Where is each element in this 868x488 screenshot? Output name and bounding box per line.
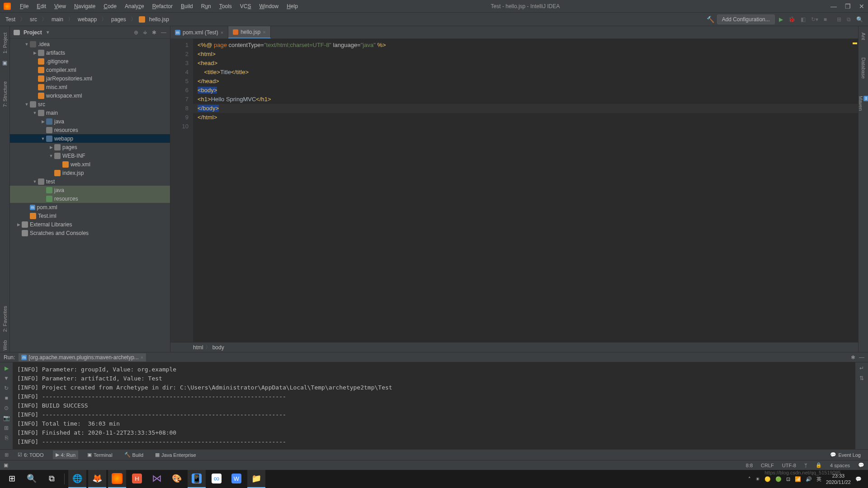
app2-icon[interactable]: 🎨 [168, 470, 186, 488]
update-icon[interactable]: ⊞ [835, 15, 843, 23]
tree-scratches[interactable]: Scratches and Consoles [30, 230, 89, 236]
tree-resources2[interactable]: resources [54, 196, 78, 202]
notif-icon[interactable]: 💬 [855, 476, 862, 482]
status-crlf[interactable]: CRLF [761, 463, 774, 468]
stop-icon[interactable]: ▼ [4, 375, 9, 381]
side-project-tab[interactable]: 1: Project [1, 31, 9, 55]
tree-java[interactable]: java [54, 118, 64, 125]
menu-help[interactable]: Help [283, 1, 302, 11]
side-db-tab[interactable]: Database [860, 56, 867, 80]
intellij-icon[interactable] [108, 470, 126, 488]
close-tab-icon[interactable]: × [141, 355, 143, 360]
vs-icon[interactable]: ⋈ [148, 470, 166, 488]
search-button[interactable]: 🔍 [23, 470, 41, 488]
cloud-icon[interactable]: ∞ [208, 470, 226, 488]
crumb2-html[interactable]: html [193, 344, 203, 351]
tab-todo[interactable]: ☑ 6: TODO [15, 450, 47, 459]
status-enc[interactable]: UTF-8 [782, 463, 796, 468]
crumb-5[interactable]: hello.jsp [147, 15, 171, 23]
crumb-0[interactable]: Test [4, 15, 17, 23]
tree-test[interactable]: test [46, 178, 55, 185]
collapse-icon[interactable]: ≑ [143, 29, 147, 36]
wifi-icon[interactable]: 📶 [795, 476, 801, 482]
tree-misc[interactable]: misc.xml [46, 84, 67, 90]
menu-analyze[interactable]: Analyze [121, 1, 148, 11]
tabs-expand-icon[interactable]: ⊞ [5, 452, 9, 458]
notifications-icon[interactable]: 💬 [858, 462, 864, 468]
crumb-4[interactable]: pages [109, 15, 128, 23]
tray-icon[interactable]: 🟡 [764, 476, 771, 482]
search-everywhere-icon[interactable]: ⧉ [845, 15, 852, 23]
volume-icon[interactable]: 🔊 [806, 476, 812, 482]
menu-view[interactable]: View [51, 1, 70, 11]
menu-build[interactable]: Build [177, 1, 197, 11]
close-tab-icon[interactable]: × [263, 29, 265, 35]
side-ant-tab[interactable]: Ant [860, 31, 867, 42]
locate-icon[interactable]: ⊕ [134, 29, 138, 36]
tray-up-icon[interactable]: ˄ [748, 476, 751, 482]
pin-icon[interactable]: 📷 [3, 415, 10, 421]
menu-refactor[interactable]: Refactor [149, 1, 176, 11]
menu-window[interactable]: Window [255, 1, 282, 11]
run-tab[interactable]: m [org.apache.maven.plugins:maven-archet… [19, 353, 146, 361]
tree-webinf[interactable]: WEB-INF [62, 153, 85, 159]
hide-icon[interactable]: ― [161, 29, 166, 36]
tree-workspace[interactable]: workspace.xml [46, 93, 82, 99]
phone-icon[interactable]: 📱 [188, 470, 206, 488]
side-favorites-tab[interactable]: 2: Favorites [1, 304, 9, 333]
status-spaces[interactable]: 4 spaces [830, 463, 850, 468]
coverage-icon[interactable]: ◧ [799, 15, 807, 23]
tab-eventlog[interactable]: 💬 Event Log [827, 450, 863, 459]
crumb-3[interactable]: webapp [76, 15, 99, 23]
project-tree[interactable]: ▼.idea ▶artifacts .gitignore compiler.xm… [10, 39, 170, 352]
stop2-icon[interactable]: ■ [5, 395, 8, 401]
code-editor[interactable]: 12345678910 <%@ page contentType="text/h… [170, 39, 858, 342]
minimize-button[interactable]: ― [830, 3, 837, 10]
tree-main[interactable]: main [46, 110, 58, 116]
run-hide-icon[interactable]: ― [859, 354, 864, 361]
run-settings-icon[interactable]: ✱ [851, 354, 855, 361]
menu-navigate[interactable]: Navigate [71, 1, 99, 11]
tree-webapp[interactable]: webapp [54, 136, 73, 142]
status-pos[interactable]: 8:8 [746, 463, 753, 468]
edge-icon[interactable]: 🌐 [68, 470, 86, 488]
tree-indexjsp[interactable]: index.jsp [62, 170, 84, 176]
close-tab-icon[interactable]: × [221, 30, 223, 35]
tray-icon[interactable]: 🟢 [775, 476, 782, 482]
search-icon[interactable]: 🔍 [855, 15, 864, 23]
tree-extlib[interactable]: External Libraries [30, 221, 72, 228]
tree-java2[interactable]: java [54, 187, 64, 193]
soft-wrap-icon[interactable]: ↵ [859, 365, 864, 371]
tree-idea[interactable]: .idea [38, 41, 50, 47]
side-web-tab[interactable]: Web [1, 338, 9, 352]
restart-icon[interactable]: ↻ [4, 385, 9, 391]
lock-icon[interactable]: 🔒 [816, 462, 822, 468]
tab-run[interactable]: ▶ 4: Run [53, 450, 78, 459]
warning-marker-icon[interactable] [853, 42, 857, 44]
rerun-icon[interactable]: ▶ [5, 365, 9, 371]
project-title[interactable]: Project [24, 29, 42, 36]
menu-file[interactable]: File [16, 1, 32, 11]
side-structure-tab[interactable]: 7: Structure [1, 80, 9, 109]
tree-src[interactable]: src [38, 101, 45, 108]
tree-resources[interactable]: resources [54, 127, 78, 133]
toggle-icon[interactable]: ⊞ [4, 425, 9, 431]
profile-icon[interactable]: ↻▾ [810, 15, 820, 23]
tab-build[interactable]: 🔨 Build [122, 450, 146, 459]
ime-icon[interactable]: 英 [816, 476, 821, 483]
menu-run[interactable]: Run [198, 1, 215, 11]
crumb2-body[interactable]: body [212, 344, 224, 351]
code-content[interactable]: <%@ page contentType="text/html;charset=… [193, 39, 858, 342]
firefox-icon[interactable]: 🦊 [88, 470, 106, 488]
run-icon[interactable]: ▶ [778, 15, 784, 23]
project-dropdown-icon[interactable]: ▼ [46, 30, 50, 35]
run-output[interactable]: [INFO] Parameter: groupId, Value: org.ex… [13, 362, 855, 449]
tree-compiler[interactable]: compiler.xml [46, 67, 76, 73]
add-configuration-button[interactable]: Add Configuration... [717, 14, 775, 24]
tab-hello[interactable]: hello.jsp × [228, 26, 270, 38]
menu-vcs[interactable]: VCS [236, 1, 255, 11]
menu-edit[interactable]: Edit [33, 1, 50, 11]
tab-je[interactable]: ▦ Java Enterprise [152, 450, 198, 459]
start-button[interactable]: ⊞ [3, 470, 21, 488]
scroll-icon[interactable]: ⇅ [859, 375, 864, 381]
